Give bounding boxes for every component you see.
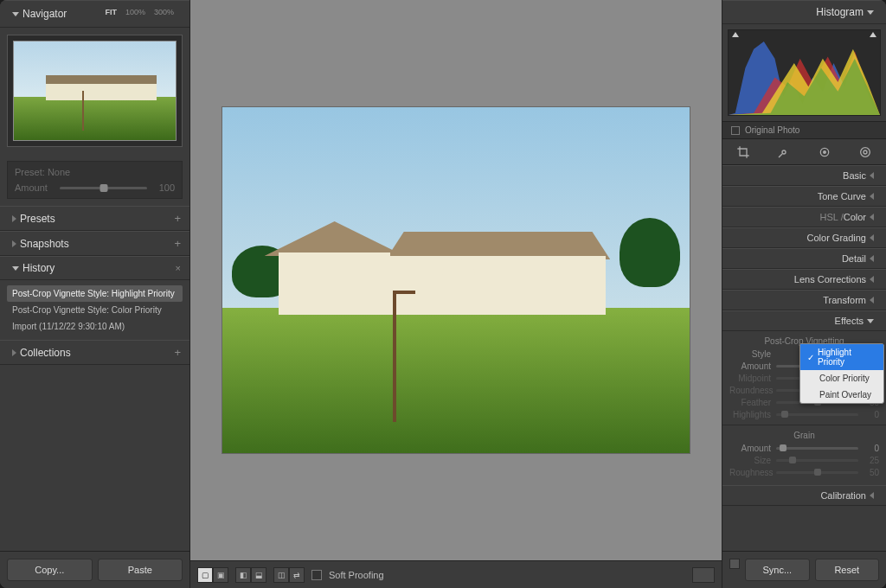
redeye-icon[interactable] — [818, 145, 831, 159]
slider-track[interactable] — [776, 447, 858, 450]
history-item[interactable]: Post-Crop Vignette Style: Color Priority — [7, 302, 183, 318]
radial-icon[interactable] — [858, 145, 872, 159]
slider-label: Amount — [729, 361, 771, 371]
chevron-left-icon — [870, 214, 874, 220]
photo-viewport[interactable] — [190, 0, 722, 560]
slider-label: Feather — [729, 398, 771, 407]
history-item[interactable]: Post-Crop Vignette Style: Highlight Prio… — [7, 285, 183, 302]
histogram-display[interactable] — [728, 29, 881, 116]
chevron-down-icon — [12, 12, 19, 16]
history-list: Post-Crop Vignette Style: Highlight Prio… — [0, 280, 189, 340]
slider-label: Highlights — [729, 410, 771, 419]
style-option[interactable]: Paint Overlay — [800, 387, 883, 403]
preset-amount-slider[interactable] — [60, 187, 147, 189]
style-option[interactable]: Color Priority — [800, 370, 883, 387]
transform-header[interactable]: Transform — [722, 290, 886, 310]
original-photo-checkbox[interactable] — [731, 126, 740, 135]
chevron-left-icon — [870, 276, 874, 283]
history-item[interactable]: Import (11/12/22 9:30:10 AM) — [7, 318, 183, 335]
slider-value: 50 — [864, 468, 879, 477]
view-mode-group-2[interactable]: ◧ ⬓ — [235, 567, 266, 583]
plus-icon[interactable]: + — [174, 237, 181, 250]
chevron-down-icon — [867, 319, 874, 323]
snapshots-header[interactable]: Snapshots + — [0, 231, 189, 256]
lens-corrections-header[interactable]: Lens Corrections — [722, 269, 886, 290]
view-mode-group-3[interactable]: ◫ ⇄ — [273, 567, 305, 583]
main-photo — [222, 107, 690, 453]
svg-point-3 — [861, 147, 870, 157]
slider-track[interactable] — [776, 413, 858, 416]
preset-amount-row: Amount 100 — [15, 182, 175, 193]
style-dropdown-menu[interactable]: ✓Highlight PriorityColor PriorityPaint O… — [799, 343, 884, 404]
collections-header[interactable]: Collections + — [0, 340, 189, 365]
slider-label: Roughness — [729, 468, 771, 477]
effects-header[interactable]: Effects — [722, 310, 886, 331]
zoom-100[interactable]: 100% — [125, 8, 145, 16]
slider-label: Amount — [729, 444, 771, 453]
slider-value: 25 — [864, 456, 879, 465]
paste-button[interactable]: Paste — [98, 559, 183, 581]
center-toolbar: ▢ ▣ ◧ ⬓ ◫ ⇄ Soft Proofing — [190, 560, 722, 588]
chevron-left-icon — [870, 234, 874, 241]
slider-track[interactable] — [776, 459, 858, 462]
view-fit-icon[interactable]: ▣ — [213, 567, 228, 583]
right-panel: Histogram Original Photo Basic Tone Curv… — [722, 0, 886, 588]
slider-value: 0 — [864, 444, 879, 453]
histogram-header[interactable]: Histogram — [722, 0, 886, 24]
plus-icon[interactable]: + — [174, 212, 181, 225]
view-before-after-lr-icon[interactable]: ◧ — [235, 567, 251, 583]
left-panel: Navigator FIT 100% 300% Preset: None Amo… — [0, 0, 190, 588]
navigator-thumbnail-frame[interactable] — [7, 35, 183, 147]
calibration-header[interactable]: Calibration — [722, 485, 886, 506]
chevron-left-icon — [870, 193, 874, 200]
presets-header[interactable]: Presets + — [0, 206, 189, 231]
chevron-right-icon — [12, 240, 16, 247]
preset-amount-value: 100 — [152, 182, 175, 193]
reset-button[interactable]: Reset — [815, 559, 880, 581]
zoom-levels: FIT 100% 300% — [98, 6, 181, 22]
basic-header[interactable]: Basic — [722, 165, 886, 186]
history-header[interactable]: History × — [0, 256, 189, 280]
slider-label: Size — [729, 456, 771, 465]
view-swap-icon[interactable]: ⇄ — [289, 567, 305, 583]
plus-icon[interactable]: + — [174, 346, 181, 359]
chevron-down-icon — [867, 10, 874, 15]
chevron-down-icon — [12, 266, 19, 271]
chevron-left-icon — [870, 172, 874, 179]
spot-heal-icon[interactable] — [777, 145, 791, 159]
view-loupe-icon[interactable]: ▢ — [197, 567, 213, 583]
navigator-header[interactable]: Navigator FIT 100% 300% — [0, 0, 189, 28]
view-mode-group-1[interactable]: ▢ ▣ — [197, 567, 228, 583]
clear-history-icon[interactable]: × — [176, 263, 181, 273]
grain-title: Grain — [729, 431, 879, 440]
style-option[interactable]: ✓Highlight Priority — [800, 344, 883, 370]
chevron-left-icon — [870, 297, 874, 304]
clip-highlight-icon[interactable] — [870, 32, 876, 37]
tone-curve-header[interactable]: Tone Curve — [722, 186, 886, 207]
original-photo-row[interactable]: Original Photo — [722, 121, 886, 139]
left-footer: Copy... Paste — [0, 551, 189, 588]
color-grading-header[interactable]: Color Grading — [722, 227, 886, 248]
preset-label: Preset: None — [15, 167, 175, 177]
app-root: Navigator FIT 100% 300% Preset: None Amo… — [0, 0, 886, 588]
clip-shadow-icon[interactable] — [732, 32, 739, 37]
effects-body: Post-Crop Vignetting Style Amount0Midpoi… — [722, 331, 886, 485]
toggle-switch-icon[interactable] — [729, 559, 740, 569]
copy-button[interactable]: Copy... — [7, 559, 93, 581]
detail-header[interactable]: Detail — [722, 248, 886, 269]
view-before-after-tb-icon[interactable]: ⬓ — [251, 567, 266, 583]
toolbar-options-dropdown[interactable] — [692, 567, 715, 583]
sync-button[interactable]: Sync... — [745, 559, 810, 581]
svg-point-4 — [864, 150, 867, 154]
slider-value: 0 — [864, 410, 879, 419]
zoom-300[interactable]: 300% — [154, 8, 174, 16]
slider-label: Midpoint — [729, 374, 771, 383]
original-photo-label: Original Photo — [745, 125, 799, 135]
slider-track[interactable] — [776, 471, 858, 474]
zoom-fit[interactable]: FIT — [105, 8, 117, 16]
hsl-color-header[interactable]: HSL / Color — [722, 207, 886, 227]
check-icon: ✓ — [807, 353, 814, 362]
crop-icon[interactable] — [736, 145, 750, 159]
view-split-y-icon[interactable]: ◫ — [273, 567, 289, 583]
soft-proofing-checkbox[interactable] — [311, 570, 322, 580]
